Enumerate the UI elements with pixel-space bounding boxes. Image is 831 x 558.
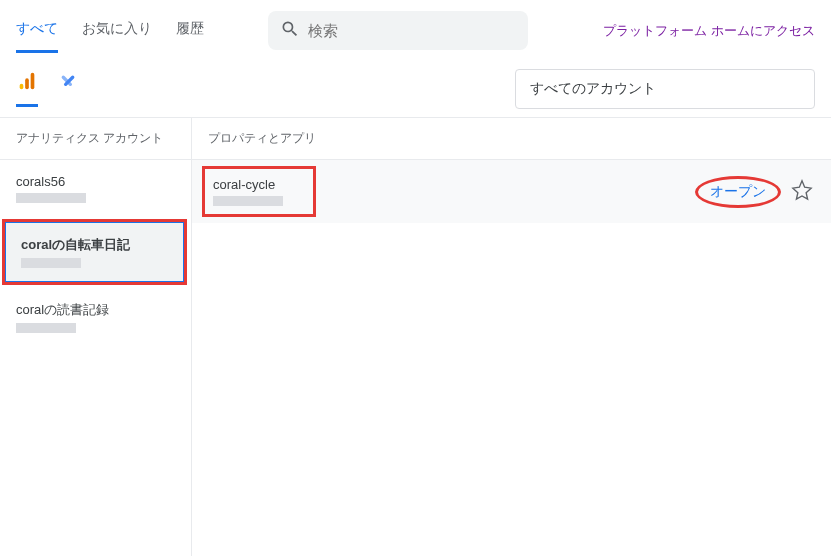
svg-rect-2 xyxy=(31,73,35,90)
account-id-placeholder xyxy=(21,258,81,268)
account-item[interactable]: coralの自転車日記 xyxy=(5,222,184,282)
analytics-icon[interactable] xyxy=(16,71,38,107)
account-item[interactable]: coralの読書記録 xyxy=(0,287,191,347)
property-row[interactable]: coral-cycle オープン xyxy=(192,160,831,223)
platform-home-link[interactable]: プラットフォーム ホームにアクセス xyxy=(603,22,815,40)
search-box[interactable] xyxy=(268,11,528,50)
property-id-placeholder xyxy=(213,196,283,206)
favorite-star-icon[interactable] xyxy=(791,179,813,204)
account-name: coralの自転車日記 xyxy=(21,236,168,254)
tab-history[interactable]: 履歴 xyxy=(176,8,204,53)
tab-favorites[interactable]: お気に入り xyxy=(82,8,152,53)
open-button[interactable]: オープン xyxy=(695,176,781,208)
search-input[interactable] xyxy=(308,22,516,39)
account-item[interactable]: corals56 xyxy=(0,160,191,217)
main-tabs: すべて お気に入り 履歴 xyxy=(16,8,204,53)
svg-rect-1 xyxy=(25,78,29,89)
account-name: corals56 xyxy=(16,174,175,189)
account-filter-dropdown[interactable]: すべてのアカウント xyxy=(515,69,815,109)
search-icon xyxy=(280,19,300,42)
tab-all[interactable]: すべて xyxy=(16,8,58,53)
svg-rect-0 xyxy=(20,84,24,90)
properties-column-header: プロパティとアプリ xyxy=(192,118,831,160)
property-name: coral-cycle xyxy=(213,177,283,192)
accounts-column-header: アナリティクス アカウント xyxy=(0,118,191,160)
account-id-placeholder xyxy=(16,323,76,333)
account-name: coralの読書記録 xyxy=(16,301,175,319)
account-id-placeholder xyxy=(16,193,86,203)
tag-manager-icon[interactable] xyxy=(58,72,78,106)
